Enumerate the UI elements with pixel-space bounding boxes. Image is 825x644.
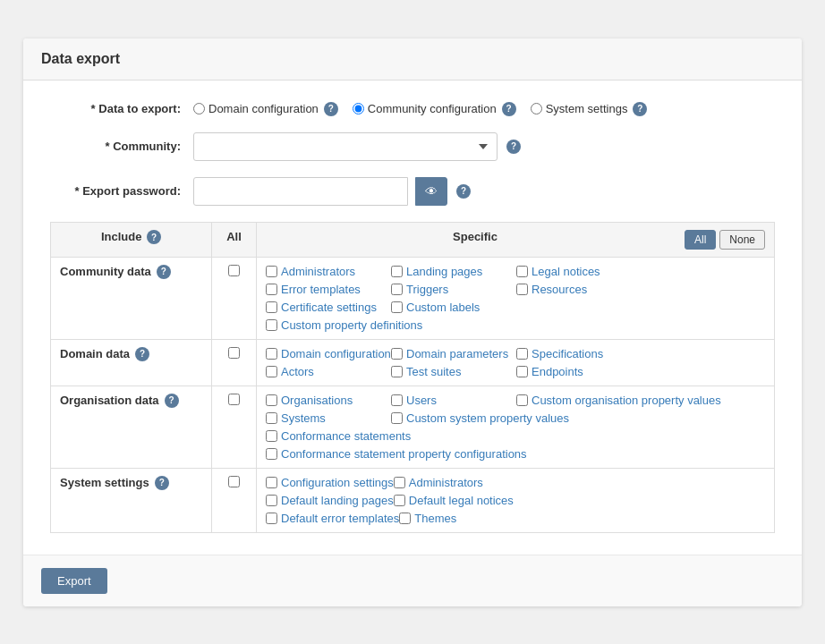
help-icon-row-community-data[interactable]: ? (157, 265, 171, 279)
specific-cell-community-data: AdministratorsLanding pagesLegal notices… (257, 257, 775, 339)
radio-community-config[interactable] (353, 103, 364, 114)
help-icon-row-domain-data[interactable]: ? (135, 347, 149, 361)
checkbox-resources[interactable] (516, 284, 528, 295)
checkbox-endpoints[interactable] (516, 366, 528, 377)
checkbox-administrators[interactable] (266, 266, 277, 277)
community-select[interactable] (193, 132, 498, 161)
checkbox-item-community-data-1-0[interactable]: Error templates (266, 283, 391, 296)
checkbox-test-suites[interactable] (391, 366, 403, 377)
checkbox-item-system-settings-0-0[interactable]: Configuration settings (266, 476, 394, 489)
checkbox-item-domain-data-0-0[interactable]: Domain configuration (266, 347, 391, 360)
checkbox-custom-organisation-property-values[interactable] (516, 394, 528, 406)
checkbox-actors[interactable] (266, 366, 277, 377)
checkbox-specifications[interactable] (516, 348, 528, 360)
checkbox-error-templates[interactable] (266, 284, 277, 295)
checkbox-legal-notices[interactable] (516, 266, 528, 277)
panel-footer: Export (23, 555, 802, 606)
checkbox-landing-pages[interactable] (391, 266, 403, 277)
help-icon-system-settings[interactable]: ? (633, 102, 647, 116)
checkbox-item-domain-data-0-2[interactable]: Specifications (516, 347, 642, 360)
checkbox-themes[interactable] (399, 513, 411, 524)
checkbox-item-organisation-data-1-1[interactable]: Custom system property values (391, 411, 569, 425)
checkbox-organisations[interactable] (266, 394, 277, 406)
row-label-system-settings: System settings? (51, 468, 212, 532)
checkbox-item-organisation-data-0-1[interactable]: Users (391, 394, 516, 407)
option-community-config-label: Community configuration (368, 102, 497, 115)
checkbox-item-system-settings-1-0[interactable]: Default landing pages (266, 494, 394, 507)
radio-system-settings[interactable] (531, 103, 542, 114)
checkbox-all-domain-data[interactable] (228, 347, 240, 359)
checkbox-item-domain-data-0-1[interactable]: Domain parameters (391, 347, 516, 360)
help-icon-community[interactable]: ? (506, 140, 521, 154)
checkbox-conformance-statement-property-configurations[interactable] (266, 448, 277, 460)
export-button[interactable]: Export (41, 568, 107, 594)
checkbox-item-community-data-1-2[interactable]: Resources (516, 283, 642, 296)
option-system-settings-label: System settings (546, 102, 628, 115)
checkbox-item-community-data-0-0[interactable]: Administrators (266, 265, 391, 278)
checkbox-systems[interactable] (266, 412, 277, 424)
help-icon-row-system-settings[interactable]: ? (155, 476, 169, 490)
checkbox-triggers[interactable] (391, 284, 403, 295)
checkbox-custom-system-property-values[interactable] (391, 412, 403, 424)
checkbox-item-organisation-data-0-0[interactable]: Organisations (266, 394, 391, 407)
option-domain-config[interactable]: Domain configuration ? (193, 102, 338, 116)
option-community-config[interactable]: Community configuration ? (353, 102, 516, 116)
table-row-system-settings: System settings?Configuration settingsAd… (51, 468, 775, 532)
community-label: * Community: (50, 140, 193, 153)
btn-all[interactable]: All (685, 230, 716, 250)
checkbox-item-community-data-1-1[interactable]: Triggers (391, 283, 516, 296)
password-wrapper: 👁 ? (193, 177, 471, 206)
checkbox-default-error-templates[interactable] (266, 513, 277, 524)
table-row-domain-data: Domain data?Domain configurationDomain p… (51, 339, 775, 386)
checkbox-item-community-data-2-1[interactable]: Custom labels (391, 301, 516, 314)
btn-none[interactable]: None (719, 230, 765, 250)
checkbox-all-community-data[interactable] (228, 265, 240, 276)
checkbox-item-system-settings-2-1[interactable]: Themes (399, 512, 524, 525)
checkbox-users[interactable] (391, 394, 403, 406)
checkbox-item-community-data-2-0[interactable]: Certificate settings (266, 301, 391, 314)
help-icon-community-config[interactable]: ? (502, 102, 516, 116)
help-icon-domain[interactable]: ? (324, 102, 338, 116)
checkbox-default-landing-pages[interactable] (266, 495, 277, 506)
checkbox-item-domain-data-1-2[interactable]: Endpoints (516, 365, 642, 378)
checkbox-domain-parameters[interactable] (391, 348, 403, 360)
panel-header: Data export (23, 38, 802, 80)
checkbox-item-system-settings-2-0[interactable]: Default error templates (266, 512, 399, 525)
checkbox-item-system-settings-0-1[interactable]: Administrators (394, 476, 519, 489)
include-table: Include ? All Specific All None Communit… (50, 222, 775, 533)
checkbox-item-domain-data-1-1[interactable]: Test suites (391, 365, 516, 378)
checkbox-all-system-settings[interactable] (228, 476, 240, 487)
checkbox-custom-labels[interactable] (391, 301, 403, 313)
all-checkbox-system-settings (212, 468, 257, 532)
password-toggle-button[interactable]: 👁 (415, 177, 447, 206)
radio-domain-config[interactable] (193, 103, 205, 114)
export-options-group: Domain configuration ? Community configu… (193, 102, 647, 116)
checkbox-item-domain-data-1-0[interactable]: Actors (266, 365, 391, 378)
panel-title: Data export (41, 51, 120, 66)
checkbox-configuration-settings[interactable] (266, 477, 277, 488)
option-system-settings[interactable]: System settings ? (531, 102, 648, 116)
all-checkbox-organisation-data (212, 386, 257, 468)
checkbox-item-system-settings-1-1[interactable]: Default legal notices (394, 494, 519, 507)
checkbox-administrators[interactable] (394, 477, 405, 488)
checkbox-domain-configuration[interactable] (266, 348, 277, 360)
row-label-community-data: Community data? (51, 257, 212, 339)
checkbox-all-organisation-data[interactable] (228, 394, 240, 405)
checkbox-item-organisation-data-3-0[interactable]: Conformance statement property configura… (266, 447, 527, 461)
checkbox-certificate-settings[interactable] (266, 301, 277, 313)
data-to-export-row: * Data to export: Domain configuration ?… (50, 102, 775, 116)
password-input[interactable] (193, 177, 408, 206)
help-icon-password[interactable]: ? (456, 184, 471, 199)
checkbox-conformance-statements[interactable] (266, 430, 277, 442)
table-row-community-data: Community data?AdministratorsLanding pag… (51, 257, 775, 339)
checkbox-item-community-data-3-0[interactable]: Custom property definitions (266, 318, 422, 332)
help-icon-include[interactable]: ? (147, 230, 161, 244)
checkbox-custom-property-definitions[interactable] (266, 319, 277, 331)
help-icon-row-organisation-data[interactable]: ? (165, 394, 179, 408)
checkbox-item-organisation-data-1-0[interactable]: Systems (266, 411, 391, 425)
checkbox-item-organisation-data-2-0[interactable]: Conformance statements (266, 429, 411, 443)
checkbox-item-organisation-data-0-2[interactable]: Custom organisation property values (516, 394, 721, 407)
checkbox-default-legal-notices[interactable] (394, 495, 405, 506)
checkbox-item-community-data-0-2[interactable]: Legal notices (516, 265, 642, 278)
checkbox-item-community-data-0-1[interactable]: Landing pages (391, 265, 516, 278)
